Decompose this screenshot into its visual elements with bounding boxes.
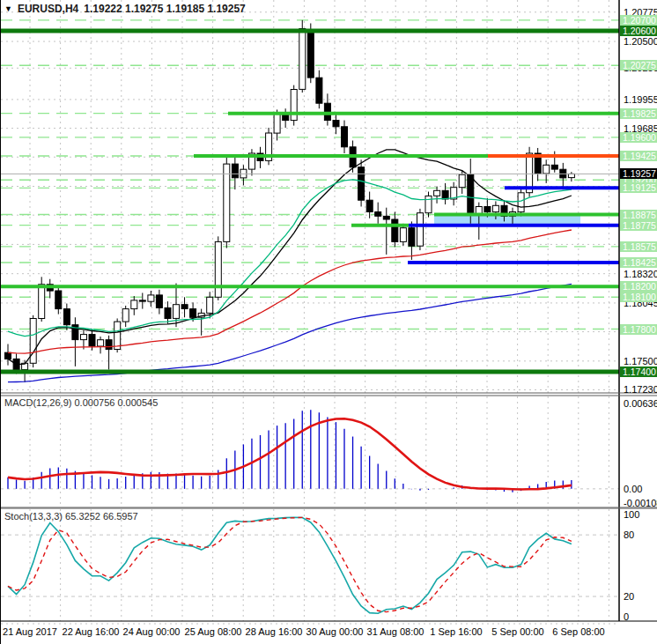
main-pane[interactable]	[1, 12, 619, 390]
candle	[207, 297, 213, 313]
candle	[181, 305, 188, 309]
candle	[114, 322, 121, 349]
price-level-badge: 1.18425	[620, 257, 657, 268]
candle	[551, 165, 557, 169]
candle	[122, 309, 129, 322]
candle	[232, 164, 238, 178]
candle	[139, 300, 145, 301]
price-level-badge: 1.20275	[620, 60, 657, 70]
price-level-badge: 1.18100	[620, 292, 657, 302]
price-level-badge: 1.17400	[620, 366, 657, 377]
macd-values: 0.000756 0.000545	[74, 397, 158, 408]
support-resistance-segments	[1, 114, 619, 287]
price-tick-label: 1.18320	[624, 270, 657, 279]
candle	[434, 190, 440, 196]
candle	[63, 309, 70, 325]
candle	[98, 340, 104, 346]
stoch-name: Stoch(13,3,3)	[4, 511, 63, 522]
macd-pane-label: MACD(12,26,9) 0.000756 0.000545	[4, 397, 158, 408]
macd-name: MACD(12,26,9)	[4, 397, 71, 408]
price-tick-label: 1.17230	[624, 385, 657, 395]
macd-axis-label: 0.00	[624, 485, 642, 494]
candle	[417, 213, 424, 247]
price-level-badge: 1.19600	[620, 132, 657, 143]
chart-title[interactable]: ▼ EURUSD,H4 1.19222 1.19275 1.19185 1.19…	[4, 3, 246, 15]
date-label: 30 Aug 00:00	[306, 626, 364, 637]
candle	[375, 212, 381, 217]
candle	[425, 196, 432, 212]
candle	[30, 319, 36, 364]
date-label: 28 Aug 16:00	[246, 626, 303, 637]
stoch-axis-label: 80	[624, 530, 634, 540]
price-level-badge: 1.19125	[620, 182, 657, 193]
price-level-badge: 1.18575	[620, 241, 657, 252]
candle	[224, 164, 230, 241]
candle	[39, 285, 45, 319]
candle	[409, 228, 415, 247]
candle	[291, 90, 297, 121]
candle	[190, 309, 196, 318]
candle	[173, 305, 180, 319]
candle	[55, 291, 62, 309]
candle	[5, 352, 11, 359]
candle	[156, 295, 162, 308]
candle	[131, 300, 137, 309]
price-level-badge: 1.19825	[620, 108, 657, 119]
stoch-pane-label: Stoch(13,3,3) 65.3252 66.5957	[4, 511, 138, 522]
candle	[148, 295, 154, 301]
ohlc-values: 1.19222 1.19275 1.19185 1.19257	[84, 3, 246, 15]
candle	[383, 216, 389, 219]
price-level-badge: 1.19425	[620, 151, 657, 161]
macd-axis-label: 0.006365	[624, 399, 657, 409]
candle	[215, 241, 221, 297]
chart-canvas[interactable]	[1, 0, 657, 644]
candle	[492, 205, 498, 211]
price-tick-label: 1.17500	[624, 357, 657, 366]
price-level-badge: 1.18200	[620, 281, 657, 292]
price-level-badge: 1.20600	[620, 26, 657, 36]
price-level-badge: 1.20700	[620, 15, 657, 26]
candle	[165, 307, 171, 318]
price-level-badge: 1.18775	[620, 220, 657, 231]
date-label: 25 Aug 08:00	[185, 626, 242, 637]
candle	[518, 193, 524, 212]
candle	[366, 200, 373, 211]
macd-axis-label: -0.001088	[624, 499, 657, 508]
chart-window: 1.207751.205001.202501.199551.196851.183…	[0, 0, 657, 644]
candle	[392, 219, 398, 241]
stoch-axis-label: 20	[624, 592, 634, 602]
date-label: 24 Aug 00:00	[123, 626, 181, 637]
candlestick-series	[5, 20, 575, 382]
candle	[81, 335, 87, 340]
macd-pane[interactable]	[1, 410, 619, 492]
price-tick-label: 1.20500	[624, 37, 657, 47]
date-label: 5 Sep 00:00	[491, 626, 543, 637]
candle	[484, 207, 491, 212]
stoch-pane[interactable]	[1, 517, 619, 613]
date-label: 21 Aug 2017	[3, 626, 57, 637]
price-level-badge: 1.18875	[620, 210, 657, 220]
candle	[316, 78, 322, 103]
stoch-axis-label: 100	[624, 510, 639, 520]
date-label: 31 Aug 08:00	[367, 626, 424, 637]
date-label: 22 Aug 16:00	[63, 626, 120, 637]
stoch-values: 65.3252 66.5957	[65, 511, 138, 522]
candle	[106, 340, 112, 350]
candle	[543, 165, 550, 174]
date-label: 1 Sep 16:00	[430, 626, 482, 637]
price-tick-label: 1.19955	[624, 95, 657, 105]
candle	[299, 29, 306, 90]
candle	[568, 174, 574, 177]
candle	[468, 174, 474, 214]
candle	[89, 335, 95, 346]
candle	[274, 114, 280, 133]
date-label: 6 Sep 08:00	[552, 626, 604, 637]
price-level-badge: 1.17800	[620, 324, 657, 335]
symbol-label: EURUSD,H4	[18, 3, 78, 15]
symbol-dropdown-icon[interactable]: ▼	[4, 4, 12, 13]
candle	[342, 127, 348, 147]
candle	[333, 121, 339, 127]
stoch-axis-label: 0	[624, 612, 629, 622]
current-price-badge: 1.19257	[620, 168, 657, 179]
candle	[459, 174, 465, 188]
